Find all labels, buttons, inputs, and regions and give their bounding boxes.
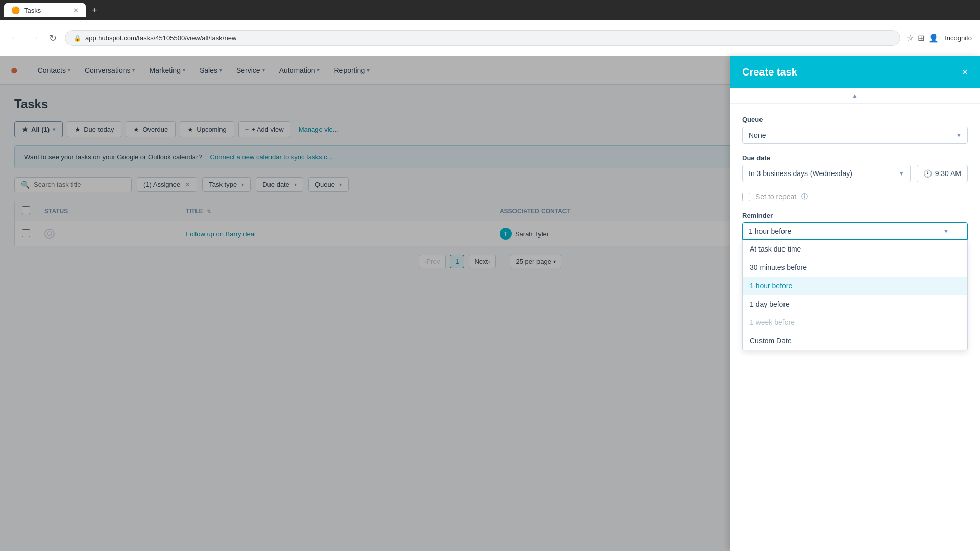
back-button[interactable]: ← bbox=[8, 31, 21, 45]
due-date-form-group: Due date In 3 business days (Wednesday) … bbox=[742, 154, 968, 182]
create-task-panel: Create task × ▲ Queue None Due date bbox=[730, 56, 980, 551]
dropdown-option-1-day[interactable]: 1 day before bbox=[743, 295, 967, 313]
due-date-row: In 3 business days (Wednesday) 🕐 9:30 AM bbox=[742, 165, 968, 182]
dropdown-option-30-min[interactable]: 30 minutes before bbox=[743, 258, 967, 277]
time-value: 9:30 AM bbox=[935, 169, 961, 178]
due-date-label: Due date bbox=[742, 154, 968, 162]
panel-header: Create task × bbox=[730, 56, 980, 88]
queue-label: Queue bbox=[742, 116, 968, 123]
reminder-label: Reminder bbox=[742, 212, 968, 219]
clock-icon: 🕐 bbox=[923, 169, 932, 178]
dropdown-option-at-due-time[interactable]: At task due time bbox=[743, 240, 967, 258]
scroll-up-icon: ▲ bbox=[852, 92, 858, 99]
due-date-select[interactable]: In 3 business days (Wednesday) bbox=[742, 165, 911, 182]
dropdown-option-1-hour[interactable]: 1 hour before bbox=[743, 277, 967, 295]
dropdown-option-custom[interactable]: Custom Date bbox=[743, 332, 967, 350]
panel-close-button[interactable]: × bbox=[962, 66, 968, 78]
tab-favicon: 🟠 bbox=[11, 6, 20, 14]
refresh-button[interactable]: ↻ bbox=[47, 31, 59, 46]
browser-actions: ☆ ⊞ 👤 bbox=[906, 33, 939, 43]
tab-label: Tasks bbox=[24, 7, 41, 14]
panel-body: Queue None Due date In 3 business days (… bbox=[730, 104, 980, 551]
reminder-dropdown: 1 hour before ▼ At task due time 30 minu… bbox=[742, 222, 968, 240]
bookmark-star-icon[interactable]: ☆ bbox=[906, 33, 914, 43]
reminder-dropdown-list: At task due time 30 minutes before 1 hou… bbox=[742, 240, 968, 350]
reminder-form-group: Reminder 1 hour before ▼ At task due tim… bbox=[742, 212, 968, 240]
dropdown-option-1-week: 1 week before bbox=[743, 313, 967, 332]
forward-button[interactable]: → bbox=[28, 31, 41, 45]
reminder-selected-value: 1 hour before bbox=[749, 227, 791, 235]
browser-tabs: 🟠 Tasks ✕ + bbox=[0, 0, 980, 20]
new-tab-button[interactable]: + bbox=[88, 5, 102, 16]
panel-title: Create task bbox=[742, 66, 797, 78]
active-tab[interactable]: 🟠 Tasks ✕ bbox=[4, 3, 86, 17]
queue-select[interactable]: None bbox=[742, 127, 968, 144]
profile-icon[interactable]: 👤 bbox=[928, 33, 939, 43]
reminder-chevron-icon: ▼ bbox=[943, 228, 949, 234]
tab-close-button[interactable]: ✕ bbox=[73, 7, 79, 14]
address-bar[interactable]: 🔒 app.hubspot.com/tasks/45105500/view/al… bbox=[65, 30, 900, 46]
time-input[interactable]: 🕐 9:30 AM bbox=[917, 165, 968, 182]
repeat-checkbox[interactable] bbox=[742, 193, 750, 201]
browser-nav: ← → ↻ 🔒 app.hubspot.com/tasks/45105500/v… bbox=[0, 20, 980, 56]
reminder-dropdown-selected[interactable]: 1 hour before ▼ bbox=[742, 222, 968, 240]
lock-icon: 🔒 bbox=[74, 35, 81, 42]
url-text: app.hubspot.com/tasks/45105500/view/all/… bbox=[85, 34, 236, 42]
repeat-row: Set to repeat ⓘ bbox=[742, 192, 968, 202]
repeat-label: Set to repeat bbox=[755, 193, 796, 201]
app: ● Contacts ▾ Conversations ▾ Marketing ▾… bbox=[0, 56, 980, 551]
panel-scroll-up[interactable]: ▲ bbox=[730, 88, 980, 104]
extensions-icon[interactable]: ⊞ bbox=[918, 33, 924, 43]
due-date-select-wrapper: In 3 business days (Wednesday) bbox=[742, 165, 911, 182]
queue-select-wrapper: None bbox=[742, 127, 968, 144]
profile-area[interactable]: Incognito bbox=[945, 34, 972, 42]
incognito-label: Incognito bbox=[945, 34, 972, 42]
queue-form-group: Queue None bbox=[742, 116, 968, 144]
repeat-info-icon: ⓘ bbox=[801, 192, 808, 202]
